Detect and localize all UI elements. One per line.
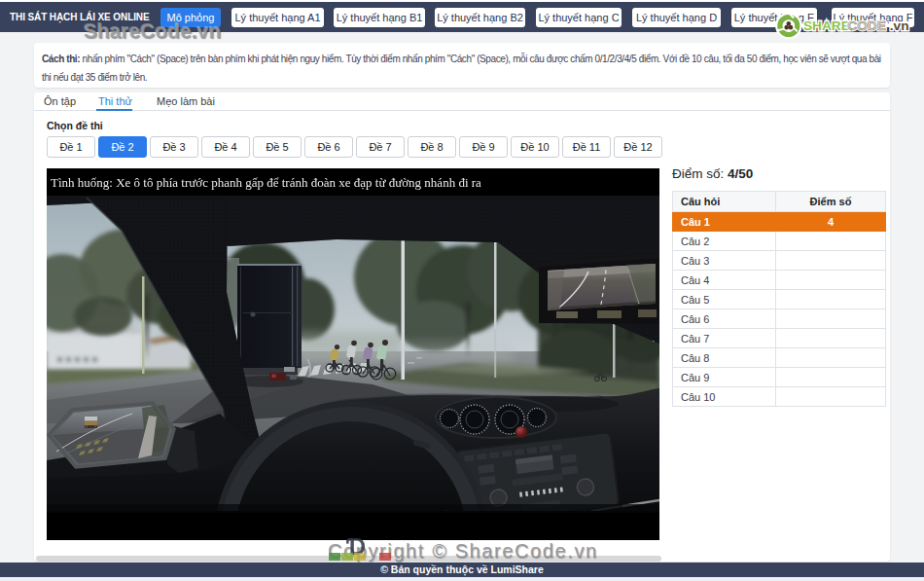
- svg-text:Tình huống: Xe ô tô phía trước: Tình huống: Xe ô tô phía trước phanh gấp…: [51, 175, 481, 190]
- svg-text:.vn: .vn: [890, 18, 909, 33]
- svg-text:CODE: CODE: [847, 18, 886, 33]
- svg-text:SHARE: SHARE: [803, 18, 850, 33]
